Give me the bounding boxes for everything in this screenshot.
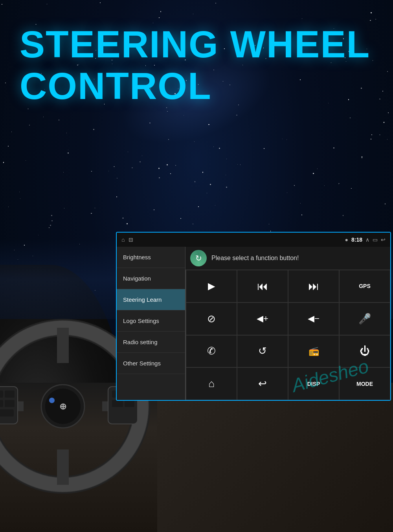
status-bar: ⌂ ⊟ ● 8:18 ∧ ▭ ↩ xyxy=(117,233,390,247)
screen-icon: ▭ xyxy=(373,237,378,243)
menu-item-other-settings[interactable]: Other Settings xyxy=(117,353,185,374)
page-title: STEERING WHEEL CONTROL xyxy=(20,24,373,106)
grid-btn-home[interactable]: ⌂ xyxy=(186,367,237,400)
background: STEERING WHEEL CONTROL ⊕ xyxy=(0,0,393,532)
grid-btn-power[interactable]: ⏻ xyxy=(339,335,390,368)
mute-icon: ⊘ xyxy=(207,313,216,325)
grid-btn-vol-up[interactable]: ◀+ xyxy=(237,303,288,335)
right-panel: ↻ Please select a function button! ▶ ⏮ ⏭ xyxy=(185,247,390,400)
svg-rect-19 xyxy=(112,400,123,407)
home-btn-icon: ⌂ xyxy=(208,378,215,390)
play-icon: ▶ xyxy=(208,281,215,292)
status-right: ● 8:18 ∧ ▭ ↩ xyxy=(345,237,386,243)
back-arrow-icon: ↩ xyxy=(258,378,267,390)
mode-label: MODE xyxy=(356,381,373,387)
head-unit-screen: ⌂ ⊟ ● 8:18 ∧ ▭ ↩ Brightness Navigation xyxy=(116,232,391,401)
svg-text:⊕: ⊕ xyxy=(59,402,66,411)
title-line1: STEERING WHEEL xyxy=(20,24,373,65)
gps-label: GPS xyxy=(359,283,371,289)
rotate-icon: ↺ xyxy=(258,345,267,357)
grid-btn-gps[interactable]: GPS xyxy=(339,270,390,303)
refresh-button[interactable]: ↻ xyxy=(190,250,207,266)
menu-item-logo-settings[interactable]: Logo Settings xyxy=(117,310,185,332)
status-left: ⌂ ⊟ xyxy=(121,237,133,243)
grid-btn-rotate[interactable]: ↺ xyxy=(237,335,288,368)
signal-icon: ● xyxy=(345,237,348,243)
menu-item-brightness[interactable]: Brightness xyxy=(117,247,185,268)
disp-label: DISP xyxy=(307,381,320,387)
grid-btn-radio[interactable]: 📻 xyxy=(288,335,339,368)
grid-btn-next[interactable]: ⏭ xyxy=(288,270,339,303)
button-grid: ▶ ⏮ ⏭ GPS ⊘ ◀+ xyxy=(185,270,390,400)
grid-btn-mode[interactable]: MODE xyxy=(339,367,390,400)
grid-btn-mic[interactable]: 🎤 xyxy=(339,303,390,335)
svg-point-21 xyxy=(49,398,55,403)
select-message: Please select a function button! xyxy=(211,255,299,262)
vol-up-icon: ◀+ xyxy=(257,314,268,324)
home-icon: ⌂ xyxy=(121,237,125,243)
status-time: 8:18 xyxy=(351,237,362,243)
menu-item-navigation[interactable]: Navigation xyxy=(117,268,185,289)
svg-rect-12 xyxy=(0,391,3,398)
grid-btn-prev[interactable]: ⏮ xyxy=(237,270,288,303)
svg-rect-13 xyxy=(5,391,15,398)
svg-rect-14 xyxy=(0,400,3,407)
grid-btn-phone[interactable]: ✆ xyxy=(186,335,237,368)
svg-rect-16 xyxy=(0,409,14,416)
vol-down-icon: ◀− xyxy=(308,314,320,324)
dashboard-center xyxy=(157,383,393,532)
phone-icon: ✆ xyxy=(207,345,216,357)
grid-btn-play[interactable]: ▶ xyxy=(186,270,237,303)
bookmark-icon: ⊟ xyxy=(129,237,133,243)
svg-rect-15 xyxy=(5,400,15,407)
grid-btn-vol-down[interactable]: ◀− xyxy=(288,303,339,335)
grid-btn-back-arrow[interactable]: ↩ xyxy=(237,367,288,400)
chevron-up-icon: ∧ xyxy=(365,237,369,243)
title-line2: CONTROL xyxy=(20,65,373,107)
prev-icon: ⏮ xyxy=(257,280,268,293)
top-bar: ↻ Please select a function button! xyxy=(185,247,390,270)
radio-icon: 📻 xyxy=(309,346,319,356)
left-menu: Brightness Navigation Steering Learn Log… xyxy=(117,247,185,400)
menu-item-radio-setting[interactable]: Radio setting xyxy=(117,332,185,353)
main-content: Brightness Navigation Steering Learn Log… xyxy=(117,247,390,400)
svg-rect-20 xyxy=(125,400,134,407)
back-icon: ↩ xyxy=(381,237,386,243)
mic-icon: 🎤 xyxy=(358,313,371,325)
grid-btn-disp[interactable]: DISP xyxy=(288,367,339,400)
menu-item-steering-learn[interactable]: Steering Learn xyxy=(117,289,185,310)
power-icon: ⏻ xyxy=(360,345,370,357)
refresh-icon: ↻ xyxy=(195,253,202,263)
grid-btn-mute[interactable]: ⊘ xyxy=(186,303,237,335)
next-icon: ⏭ xyxy=(308,280,319,293)
